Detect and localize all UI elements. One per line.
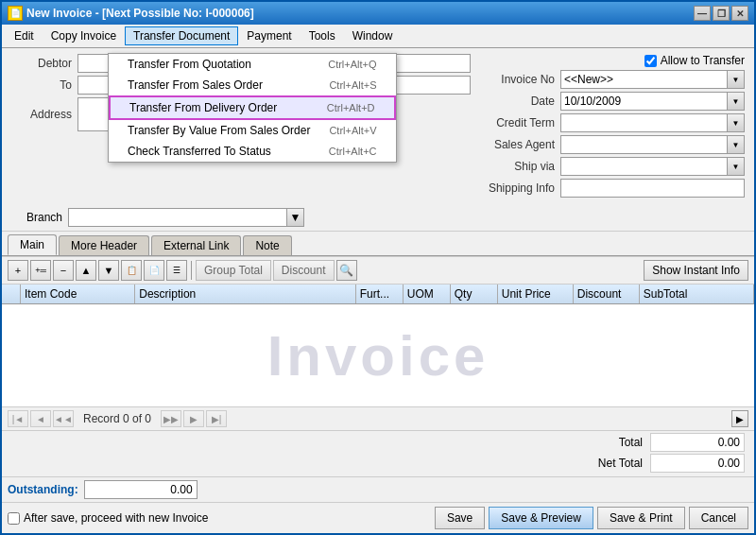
menu-copy-invoice[interactable]: Copy Invoice — [43, 26, 125, 45]
th-item-code: Item Code — [21, 285, 135, 303]
toolbar: + +═ − ▲ ▼ 📋 📄 ☰ Group Total Discount 🔍 … — [2, 256, 754, 285]
branch-dropdown[interactable]: ▼ — [287, 208, 304, 227]
add-button[interactable]: + — [8, 260, 28, 281]
invoice-no-dropdown[interactable]: ▼ — [728, 70, 745, 89]
table-header: Item Code Description Furt... UOM Qty Un… — [2, 285, 754, 304]
nav-next-page-button[interactable]: ▶▶ — [161, 410, 181, 427]
net-total-row: Net Total 0.00 — [575, 454, 745, 473]
ship-via-dropdown[interactable]: ▼ — [728, 157, 745, 176]
after-save-checkbox[interactable] — [8, 512, 20, 525]
after-save-checkbox-row: After save, proceed with new Invoice — [8, 511, 435, 525]
minimize-button[interactable]: — — [694, 6, 711, 21]
totals-area: Total 0.00 Net Total 0.00 — [2, 431, 754, 476]
restore-button[interactable]: ❐ — [713, 6, 730, 21]
th-description: Description — [135, 285, 356, 303]
total-label: Total — [575, 436, 650, 449]
menu-tools[interactable]: Tools — [301, 26, 344, 45]
menu-bar: Edit Copy Invoice Transfer Document Paym… — [2, 25, 754, 48]
th-further: Furt... — [356, 285, 404, 303]
watermark-text: Invoice — [267, 323, 490, 388]
menu-payment[interactable]: Payment — [238, 26, 300, 45]
save-button[interactable]: Save — [435, 507, 485, 529]
menu-edit[interactable]: Edit — [6, 26, 43, 45]
title-bar: 📄 New Invoice - [Next Possible No: I-000… — [2, 2, 754, 25]
menu-window[interactable]: Window — [344, 26, 402, 45]
tabs-area: Main More Header External Link Note — [2, 234, 754, 255]
list-button[interactable]: ☰ — [166, 260, 187, 281]
up-button[interactable]: ▲ — [76, 260, 96, 281]
address-input[interactable] — [77, 97, 248, 131]
tab-note[interactable]: Note — [243, 235, 291, 255]
net-total-label: Net Total — [575, 457, 650, 470]
nav-last-button[interactable]: ▶| — [206, 410, 227, 427]
close-button[interactable]: ✕ — [731, 6, 748, 21]
credit-term-dropdown[interactable]: ▼ — [728, 113, 745, 132]
credit-term-input[interactable] — [560, 113, 728, 132]
app-icon: 📄 — [8, 6, 23, 21]
branch-input[interactable] — [68, 208, 287, 227]
form-area: Debtor To Address Allow to Transfer Invo… — [2, 48, 754, 206]
menu-transfer-document[interactable]: Transfer Document — [125, 26, 238, 45]
nav-record-text: Record 0 of 0 — [76, 412, 159, 425]
copy-button[interactable]: 📋 — [121, 260, 142, 281]
to-input[interactable] — [77, 76, 471, 95]
discount-button[interactable]: Discount — [273, 260, 335, 281]
group-total-button[interactable]: Group Total — [196, 260, 271, 281]
nav-first-button[interactable]: |◄ — [8, 410, 28, 427]
invoice-no-label: Invoice No — [480, 73, 560, 86]
tab-external-link[interactable]: External Link — [151, 235, 241, 255]
th-unit-price: Unit Price — [498, 285, 574, 303]
navigation-bar: |◄ ◄ ◄◄ Record 0 of 0 ▶▶ ▶ ▶| ▶ — [2, 406, 754, 431]
form-left: Debtor To Address — [11, 54, 471, 200]
save-print-button[interactable]: Save & Print — [597, 507, 685, 529]
paste-button[interactable]: 📄 — [144, 260, 164, 281]
tab-more-header[interactable]: More Header — [59, 235, 149, 255]
main-window: 📄 New Invoice - [Next Possible No: I-000… — [0, 0, 756, 535]
date-label: Date — [480, 95, 560, 108]
nav-expand-button[interactable]: ▶ — [731, 410, 748, 427]
separator-1 — [191, 261, 192, 280]
tab-main[interactable]: Main — [8, 234, 57, 255]
nav-next-button[interactable]: ▶ — [183, 410, 204, 427]
bottom-buttons: Save Save & Preview Save & Print Cancel — [435, 507, 748, 529]
down-button[interactable]: ▼ — [98, 260, 119, 281]
total-row: Total 0.00 — [575, 433, 745, 452]
shipping-info-input[interactable] — [560, 179, 745, 198]
delete-button[interactable]: − — [53, 260, 74, 281]
date-dropdown[interactable]: ▼ — [728, 92, 745, 111]
allow-transfer-checkbox[interactable] — [644, 55, 657, 67]
outstanding-label: Outstanding: — [8, 483, 84, 496]
title-controls: — ❐ ✕ — [694, 6, 748, 21]
ship-via-label: Ship via — [480, 160, 560, 173]
after-save-label: After save, proceed with new Invoice — [24, 511, 208, 525]
search-button[interactable]: 🔍 — [336, 260, 357, 281]
debtor-label: Debtor — [11, 57, 77, 70]
address-label: Address — [11, 108, 77, 121]
sales-agent-label: Sales Agent — [480, 138, 560, 151]
nav-prev-page-button[interactable]: ◄◄ — [53, 410, 74, 427]
insert-button[interactable]: +═ — [30, 260, 51, 281]
date-input[interactable]: 10/10/2009 — [560, 92, 728, 111]
outstanding-input[interactable] — [84, 480, 198, 499]
total-value: 0.00 — [650, 433, 745, 452]
toolbar-right: Show Instant Info — [644, 260, 748, 281]
allow-transfer-label: Allow to Transfer — [661, 54, 745, 67]
sales-agent-input[interactable] — [560, 135, 728, 154]
th-subtotal: SubTotal — [640, 285, 754, 303]
save-preview-button[interactable]: Save & Preview — [489, 507, 593, 529]
th-qty: Qty — [451, 285, 498, 303]
net-total-value: 0.00 — [650, 454, 745, 473]
ship-via-input[interactable] — [560, 157, 728, 176]
debtor-input[interactable] — [77, 54, 471, 73]
th-discount: Discount — [574, 285, 640, 303]
outstanding-bar: Outstanding: — [2, 476, 754, 502]
credit-term-label: Credit Term — [480, 116, 560, 129]
sales-agent-dropdown[interactable]: ▼ — [728, 135, 745, 154]
cancel-button[interactable]: Cancel — [689, 507, 748, 529]
invoice-no-input[interactable]: <<New>> — [560, 70, 728, 89]
nav-prev-button[interactable]: ◄ — [30, 410, 51, 427]
show-instant-info-button[interactable]: Show Instant Info — [644, 260, 748, 281]
shipping-info-label: Shipping Info — [480, 181, 560, 195]
form-right: Allow to Transfer Invoice No <<New>> ▼ D… — [480, 54, 745, 200]
table-body: Invoice — [2, 304, 754, 406]
